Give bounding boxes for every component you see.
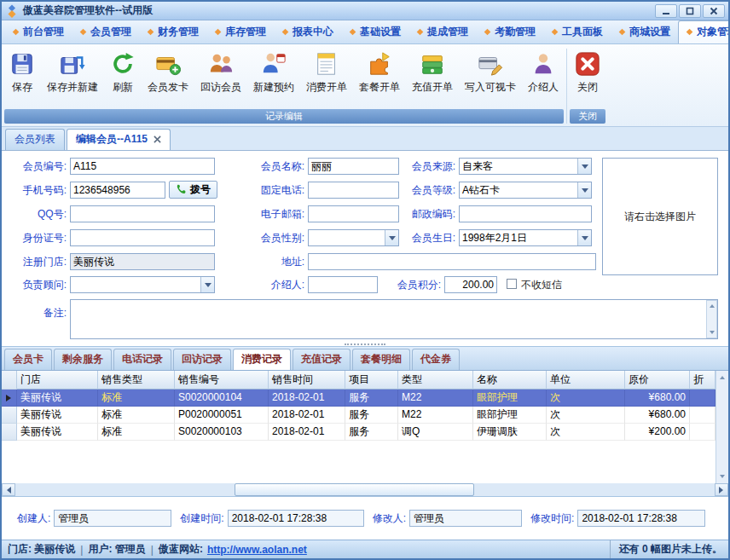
splitter-handle[interactable] xyxy=(345,344,385,345)
remark-textarea[interactable] xyxy=(70,299,718,339)
package-bill-button[interactable]: 套餐开单 xyxy=(353,46,406,108)
scroll-up-icon[interactable] xyxy=(720,373,725,379)
menu-tab-4[interactable]: 库存管理 xyxy=(206,20,274,43)
grid-header-cell[interactable]: 门店 xyxy=(17,371,98,390)
detail-tab-1[interactable]: 会员卡 xyxy=(4,349,52,370)
detail-tab-4[interactable]: 回访记录 xyxy=(173,349,231,370)
chevron-down-icon[interactable] xyxy=(577,159,591,174)
email-input[interactable] xyxy=(308,205,399,222)
grid-cell[interactable]: 美丽传说 xyxy=(17,407,98,424)
gender-combo[interactable] xyxy=(308,229,399,246)
consume-bill-button[interactable]: 消费开单 xyxy=(300,46,353,108)
remark-scrollbar[interactable] xyxy=(706,300,717,338)
visit-member-button[interactable]: 回访会员 xyxy=(194,46,247,108)
detail-tab-5-selected[interactable]: 消费记录 xyxy=(233,349,291,370)
grid-cell[interactable]: P0020000051 xyxy=(175,407,269,424)
grid-cell[interactable]: 标准 xyxy=(98,407,175,424)
grid-header-cell[interactable]: 原价 xyxy=(625,371,690,390)
grid-cell[interactable]: 服务 xyxy=(345,390,398,407)
grid-header-cell[interactable]: 折 xyxy=(690,371,716,390)
grid-cell[interactable]: 次 xyxy=(547,407,625,424)
grid-cell[interactable]: M22 xyxy=(398,407,473,424)
member-source-combo[interactable]: 自来客 xyxy=(459,158,592,175)
grid-header-cell[interactable]: 销售时间 xyxy=(269,371,345,390)
grid-cell[interactable]: 标准 xyxy=(98,424,175,441)
grid-cell[interactable]: 2018-02-01 xyxy=(269,424,345,441)
menu-tab-8[interactable]: 考勤管理 xyxy=(476,20,543,43)
grid-header-cell[interactable]: 名称 xyxy=(473,371,547,390)
id-card-input[interactable] xyxy=(70,229,215,246)
close-tab-button[interactable]: 关闭 xyxy=(569,46,606,108)
grid-cell[interactable]: 伊珊调肤 xyxy=(473,424,547,441)
grid-cell[interactable]: 次 xyxy=(547,390,625,407)
detail-tab-8[interactable]: 代金券 xyxy=(412,349,460,370)
grid-cell[interactable]: 服务 xyxy=(345,424,398,441)
grid-header-cell[interactable]: 单位 xyxy=(547,371,625,390)
member-name-input[interactable] xyxy=(308,158,399,175)
creator-field[interactable]: 管理员 xyxy=(54,510,171,527)
modify-time-field[interactable]: 2018-02-01 17:28:38 xyxy=(577,510,705,527)
reg-store-field[interactable]: 美丽传说 xyxy=(70,253,215,270)
grid-cell[interactable]: 美丽传说 xyxy=(17,424,98,441)
menu-tab-6[interactable]: 基础设置 xyxy=(341,20,408,43)
postcode-input[interactable] xyxy=(459,205,592,222)
member-no-input[interactable] xyxy=(70,158,215,175)
grid-cell[interactable]: 2018-02-01 xyxy=(269,390,345,407)
grid-cell[interactable]: 眼部护理 xyxy=(473,390,547,407)
scroll-left-button[interactable] xyxy=(2,483,15,496)
recharge-bill-button[interactable]: 充值开单 xyxy=(406,46,459,108)
menu-tab-5[interactable]: 报表中心 xyxy=(274,20,341,43)
write-visual-card-button[interactable]: 写入可视卡 xyxy=(459,46,522,108)
grid-vertical-scrollbar[interactable] xyxy=(716,371,728,483)
grid-cell[interactable]: S0020000103 xyxy=(175,424,269,441)
member-photo-box[interactable]: 请右击选择图片 xyxy=(602,158,718,275)
consultant-combo[interactable] xyxy=(70,276,215,293)
scroll-up-icon[interactable] xyxy=(710,302,715,308)
chevron-down-icon[interactable] xyxy=(577,182,591,198)
menu-tab-3[interactable]: 财务管理 xyxy=(139,20,206,43)
close-window-button[interactable] xyxy=(703,4,725,18)
grid-cell[interactable] xyxy=(690,390,716,407)
address-input[interactable] xyxy=(308,253,596,270)
chevron-down-icon[interactable] xyxy=(577,230,591,245)
detail-tab-7[interactable]: 套餐明细 xyxy=(352,349,410,370)
tab-edit-member[interactable]: 编辑会员--A115 xyxy=(67,129,171,150)
grid-cell[interactable]: 服务 xyxy=(345,407,398,424)
birthday-picker[interactable]: 1998年2月1日 xyxy=(459,229,592,246)
introducer-input[interactable] xyxy=(308,276,378,293)
grid-cell[interactable]: ¥680.00 xyxy=(625,407,690,424)
create-time-field[interactable]: 2018-02-01 17:28:38 xyxy=(228,510,364,527)
grid-header-cell[interactable]: 销售类型 xyxy=(98,371,175,390)
menu-tab-7[interactable]: 提成管理 xyxy=(408,20,476,43)
save-button[interactable]: 保存 xyxy=(3,46,41,108)
menu-tab-1[interactable]: 前台管理 xyxy=(4,20,72,43)
grid-header-cell[interactable]: 类型 xyxy=(398,371,473,390)
menu-tab-10[interactable]: 商城设置 xyxy=(611,20,678,43)
tab-close-icon[interactable] xyxy=(154,136,161,143)
scroll-right-button[interactable] xyxy=(715,483,728,496)
detail-tab-2[interactable]: 剩余服务 xyxy=(54,349,112,370)
grid-row[interactable]: 美丽传说 标准 S0020000103 2018-02-01 服务 调Q 伊珊调… xyxy=(2,424,716,441)
grid-header-cell[interactable]: 销售编号 xyxy=(175,371,269,390)
grid-cell[interactable] xyxy=(690,407,716,424)
grid-cell[interactable]: 次 xyxy=(547,424,625,441)
grid-cell[interactable]: S0020000104 xyxy=(175,390,269,407)
introducer-button[interactable]: 介绍人 xyxy=(522,46,565,108)
grid-cell[interactable]: ¥680.00 xyxy=(625,390,690,407)
qq-input[interactable] xyxy=(70,205,215,222)
detail-tab-6[interactable]: 充值记录 xyxy=(293,349,351,370)
grid-cell[interactable]: 美丽传说 xyxy=(17,390,98,407)
grid-cell[interactable]: M22 xyxy=(398,390,473,407)
menu-tab-2[interactable]: 会员管理 xyxy=(72,20,139,43)
no-sms-checkbox[interactable] xyxy=(507,279,517,289)
detail-tab-3[interactable]: 电话记录 xyxy=(113,349,171,370)
grid-cell[interactable]: 眼部护理 xyxy=(473,407,547,424)
dial-button[interactable]: 拨号 xyxy=(169,181,217,199)
maximize-button[interactable] xyxy=(679,4,701,18)
website-link[interactable]: http://www.aolan.net xyxy=(207,544,307,556)
mobile-input[interactable] xyxy=(70,182,165,199)
menu-tab-11-selected[interactable]: 对象管理 xyxy=(678,20,730,43)
issue-card-button[interactable]: 会员发卡 xyxy=(142,46,194,108)
grid-cell[interactable]: 2018-02-01 xyxy=(269,407,345,424)
tab-member-list[interactable]: 会员列表 xyxy=(5,129,65,150)
